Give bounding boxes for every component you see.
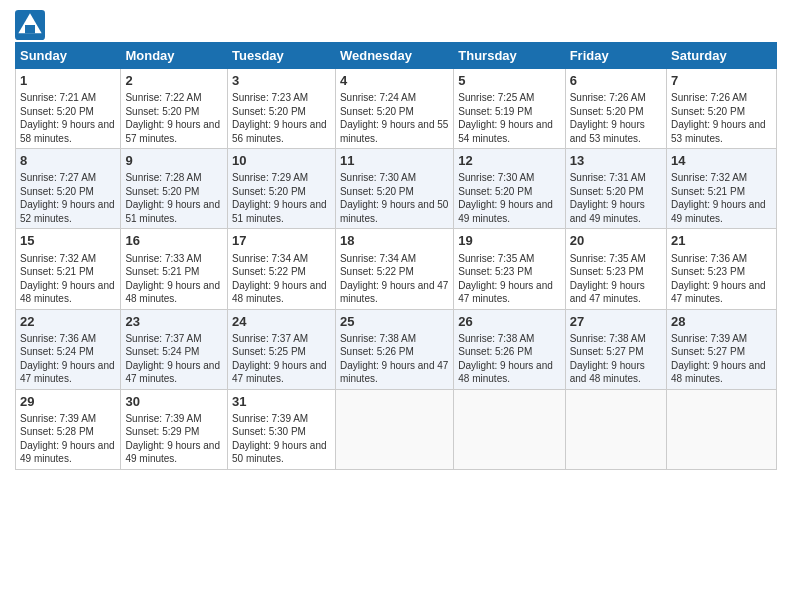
- header-wednesday: Wednesday: [335, 43, 453, 69]
- day-number: 28: [671, 313, 772, 331]
- calendar-cell: 18 Sunrise: 7:34 AM Sunset: 5:22 PM Dayl…: [335, 229, 453, 309]
- sunrise-text: Sunrise: 7:37 AM: [232, 332, 331, 346]
- calendar-cell: [454, 389, 565, 469]
- sunset-text: Sunset: 5:22 PM: [232, 265, 331, 279]
- sunset-text: Sunset: 5:21 PM: [671, 185, 772, 199]
- day-number: 7: [671, 72, 772, 90]
- sunset-text: Sunset: 5:20 PM: [458, 185, 560, 199]
- sunrise-text: Sunrise: 7:32 AM: [671, 171, 772, 185]
- daylight-text: Daylight: 9 hours and 51 minutes.: [125, 198, 223, 225]
- calendar-cell: 27 Sunrise: 7:38 AM Sunset: 5:27 PM Dayl…: [565, 309, 666, 389]
- daylight-text: Daylight: 9 hours and 47 minutes.: [458, 279, 560, 306]
- sunset-text: Sunset: 5:20 PM: [232, 105, 331, 119]
- calendar-cell: 31 Sunrise: 7:39 AM Sunset: 5:30 PM Dayl…: [228, 389, 336, 469]
- sunset-text: Sunset: 5:24 PM: [125, 345, 223, 359]
- sunset-text: Sunset: 5:26 PM: [340, 345, 449, 359]
- sunrise-text: Sunrise: 7:36 AM: [671, 252, 772, 266]
- calendar-cell: 20 Sunrise: 7:35 AM Sunset: 5:23 PM Dayl…: [565, 229, 666, 309]
- day-number: 26: [458, 313, 560, 331]
- sunrise-text: Sunrise: 7:22 AM: [125, 91, 223, 105]
- day-number: 25: [340, 313, 449, 331]
- day-number: 8: [20, 152, 116, 170]
- sunrise-text: Sunrise: 7:38 AM: [570, 332, 662, 346]
- day-number: 19: [458, 232, 560, 250]
- sunset-text: Sunset: 5:20 PM: [125, 105, 223, 119]
- sunrise-text: Sunrise: 7:32 AM: [20, 252, 116, 266]
- daylight-text: Daylight: 9 hours and 51 minutes.: [232, 198, 331, 225]
- sunset-text: Sunset: 5:23 PM: [671, 265, 772, 279]
- sunrise-text: Sunrise: 7:31 AM: [570, 171, 662, 185]
- sunrise-text: Sunrise: 7:26 AM: [570, 91, 662, 105]
- daylight-text: Daylight: 9 hours and 52 minutes.: [20, 198, 116, 225]
- day-number: 30: [125, 393, 223, 411]
- day-number: 24: [232, 313, 331, 331]
- sunset-text: Sunset: 5:20 PM: [340, 105, 449, 119]
- daylight-text: Daylight: 9 hours and 48 minutes.: [125, 279, 223, 306]
- day-number: 21: [671, 232, 772, 250]
- sunrise-text: Sunrise: 7:23 AM: [232, 91, 331, 105]
- calendar-cell: 5 Sunrise: 7:25 AM Sunset: 5:19 PM Dayli…: [454, 69, 565, 149]
- sunset-text: Sunset: 5:23 PM: [458, 265, 560, 279]
- sunrise-text: Sunrise: 7:39 AM: [232, 412, 331, 426]
- calendar-cell: [667, 389, 777, 469]
- calendar-cell: 8 Sunrise: 7:27 AM Sunset: 5:20 PM Dayli…: [16, 149, 121, 229]
- daylight-text: Daylight: 9 hours and 48 minutes.: [570, 359, 662, 386]
- calendar-cell: 12 Sunrise: 7:30 AM Sunset: 5:20 PM Dayl…: [454, 149, 565, 229]
- calendar-cell: 11 Sunrise: 7:30 AM Sunset: 5:20 PM Dayl…: [335, 149, 453, 229]
- sunset-text: Sunset: 5:19 PM: [458, 105, 560, 119]
- sunset-text: Sunset: 5:20 PM: [570, 185, 662, 199]
- sunrise-text: Sunrise: 7:35 AM: [570, 252, 662, 266]
- day-number: 22: [20, 313, 116, 331]
- calendar-header-row: SundayMondayTuesdayWednesdayThursdayFrid…: [16, 43, 777, 69]
- sunrise-text: Sunrise: 7:29 AM: [232, 171, 331, 185]
- header-row: [15, 10, 777, 40]
- sunrise-text: Sunrise: 7:21 AM: [20, 91, 116, 105]
- sunrise-text: Sunrise: 7:34 AM: [232, 252, 331, 266]
- sunset-text: Sunset: 5:30 PM: [232, 425, 331, 439]
- sunrise-text: Sunrise: 7:39 AM: [20, 412, 116, 426]
- header-sunday: Sunday: [16, 43, 121, 69]
- calendar-cell: 28 Sunrise: 7:39 AM Sunset: 5:27 PM Dayl…: [667, 309, 777, 389]
- daylight-text: Daylight: 9 hours and 47 minutes.: [570, 279, 662, 306]
- sunset-text: Sunset: 5:29 PM: [125, 425, 223, 439]
- day-number: 6: [570, 72, 662, 90]
- sunset-text: Sunset: 5:20 PM: [20, 185, 116, 199]
- header-monday: Monday: [121, 43, 228, 69]
- header-saturday: Saturday: [667, 43, 777, 69]
- sunrise-text: Sunrise: 7:24 AM: [340, 91, 449, 105]
- sunrise-text: Sunrise: 7:30 AM: [340, 171, 449, 185]
- daylight-text: Daylight: 9 hours and 54 minutes.: [458, 118, 560, 145]
- day-number: 29: [20, 393, 116, 411]
- sunrise-text: Sunrise: 7:33 AM: [125, 252, 223, 266]
- sunrise-text: Sunrise: 7:30 AM: [458, 171, 560, 185]
- sunset-text: Sunset: 5:20 PM: [125, 185, 223, 199]
- sunrise-text: Sunrise: 7:35 AM: [458, 252, 560, 266]
- sunrise-text: Sunrise: 7:28 AM: [125, 171, 223, 185]
- daylight-text: Daylight: 9 hours and 58 minutes.: [20, 118, 116, 145]
- daylight-text: Daylight: 9 hours and 47 minutes.: [340, 359, 449, 386]
- daylight-text: Daylight: 9 hours and 48 minutes.: [458, 359, 560, 386]
- calendar-cell: 22 Sunrise: 7:36 AM Sunset: 5:24 PM Dayl…: [16, 309, 121, 389]
- calendar-cell: 6 Sunrise: 7:26 AM Sunset: 5:20 PM Dayli…: [565, 69, 666, 149]
- daylight-text: Daylight: 9 hours and 50 minutes.: [340, 198, 449, 225]
- day-number: 14: [671, 152, 772, 170]
- calendar-cell: 23 Sunrise: 7:37 AM Sunset: 5:24 PM Dayl…: [121, 309, 228, 389]
- calendar-cell: 17 Sunrise: 7:34 AM Sunset: 5:22 PM Dayl…: [228, 229, 336, 309]
- calendar-cell: 15 Sunrise: 7:32 AM Sunset: 5:21 PM Dayl…: [16, 229, 121, 309]
- calendar-cell: 2 Sunrise: 7:22 AM Sunset: 5:20 PM Dayli…: [121, 69, 228, 149]
- sunset-text: Sunset: 5:20 PM: [232, 185, 331, 199]
- calendar-cell: 4 Sunrise: 7:24 AM Sunset: 5:20 PM Dayli…: [335, 69, 453, 149]
- daylight-text: Daylight: 9 hours and 56 minutes.: [232, 118, 331, 145]
- daylight-text: Daylight: 9 hours and 50 minutes.: [232, 439, 331, 466]
- sunrise-text: Sunrise: 7:38 AM: [340, 332, 449, 346]
- day-number: 16: [125, 232, 223, 250]
- sunrise-text: Sunrise: 7:26 AM: [671, 91, 772, 105]
- sunrise-text: Sunrise: 7:25 AM: [458, 91, 560, 105]
- calendar-cell: 9 Sunrise: 7:28 AM Sunset: 5:20 PM Dayli…: [121, 149, 228, 229]
- day-number: 31: [232, 393, 331, 411]
- calendar-cell: [335, 389, 453, 469]
- week-row-1: 1 Sunrise: 7:21 AM Sunset: 5:20 PM Dayli…: [16, 69, 777, 149]
- day-number: 10: [232, 152, 331, 170]
- sunset-text: Sunset: 5:24 PM: [20, 345, 116, 359]
- week-row-4: 22 Sunrise: 7:36 AM Sunset: 5:24 PM Dayl…: [16, 309, 777, 389]
